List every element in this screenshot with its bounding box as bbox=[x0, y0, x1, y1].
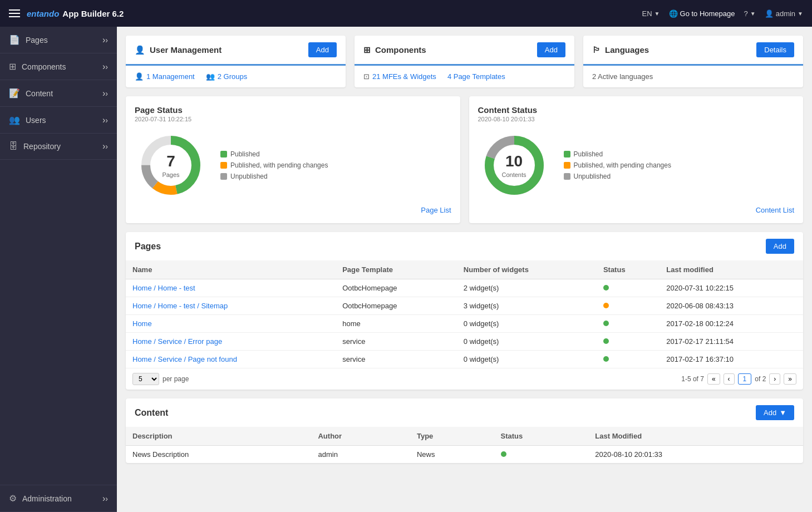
sidebar-item-content[interactable]: 📝 Content › bbox=[0, 80, 117, 107]
management-icon: 👤 bbox=[135, 72, 144, 81]
pages-pagination: 5 10 25 per page 1-5 of 7 « ‹ 1 of 2 › » bbox=[126, 368, 803, 390]
components-add-button[interactable]: Add bbox=[537, 42, 565, 57]
user-management-header: 👤 User Management Add bbox=[126, 36, 346, 66]
content-type: News bbox=[410, 446, 494, 464]
first-page-button[interactable]: « bbox=[707, 373, 720, 385]
content-legend-unpublished: Unpublished bbox=[564, 173, 671, 180]
content-status-chart-area: 10 Contents Published Published, with pe… bbox=[478, 129, 795, 201]
sidebar-label-pages: Pages bbox=[26, 36, 48, 45]
page-list-link-container: Page List bbox=[135, 206, 451, 214]
languages-card: 🏳 Languages Details 2 Active languages bbox=[583, 36, 803, 87]
per-page-select[interactable]: 5 10 25 bbox=[132, 373, 159, 385]
groups-link[interactable]: 2 Groups bbox=[218, 72, 247, 81]
unpublished-dot bbox=[220, 173, 227, 180]
page-widgets: 0 widget(s) bbox=[457, 333, 597, 351]
next-page-button[interactable]: › bbox=[769, 373, 780, 385]
col-type: Type bbox=[410, 427, 494, 446]
page-name: Home bbox=[126, 315, 336, 333]
content-modified: 2020-08-10 20:01:33 bbox=[588, 446, 803, 464]
status-dot-green-2 bbox=[603, 321, 609, 326]
content-list-link[interactable]: Content List bbox=[756, 206, 794, 214]
pages-add-button[interactable]: Add bbox=[766, 239, 794, 254]
sidebar-item-components[interactable]: ⊞ Components › bbox=[0, 53, 117, 80]
repository-icon: 🗄 bbox=[9, 141, 18, 151]
legend-unpublished: Unpublished bbox=[220, 173, 328, 180]
current-page: 1 bbox=[738, 373, 752, 385]
page-template: service bbox=[336, 333, 457, 351]
chevron-icon: › bbox=[102, 35, 108, 45]
dropdown-arrow-icon: ▼ bbox=[779, 408, 786, 417]
groups-icon: 👥 bbox=[206, 72, 215, 81]
page-modified: 2017-02-18 00:12:24 bbox=[660, 315, 803, 333]
per-page-label: per page bbox=[163, 375, 189, 383]
user-menu[interactable]: 👤 admin ▼ bbox=[765, 9, 803, 18]
content-icon: 📝 bbox=[9, 88, 20, 99]
status-dot-green-3 bbox=[603, 338, 609, 344]
content-table-body: News Description admin News 2020-08-10 2… bbox=[126, 446, 803, 464]
sidebar-item-repository[interactable]: 🗄 Repository › bbox=[0, 134, 117, 160]
content-donut-chart: 10 Contents bbox=[478, 129, 550, 201]
legend-pending: Published, with pending changes bbox=[220, 161, 328, 169]
widgets-icon: ⊡ bbox=[363, 72, 370, 81]
page-status-chart-area: 7 Pages Published Published, with pendin… bbox=[135, 129, 451, 201]
hamburger-menu[interactable] bbox=[9, 9, 20, 17]
col-description: Description bbox=[126, 427, 311, 446]
components-stats: ⊡ 21 MFEs & Widgets 4 Page Templates bbox=[363, 72, 565, 81]
chevron-icon-5: › bbox=[102, 141, 108, 151]
page-status-legend: Published Published, with pending change… bbox=[220, 150, 328, 180]
page-widgets: 0 widget(s) bbox=[457, 351, 597, 368]
content-pending-dot bbox=[564, 162, 570, 169]
active-lang-value: 2 Active languages bbox=[592, 72, 653, 81]
mfe-link[interactable]: 21 MFEs & Widgets bbox=[372, 72, 436, 81]
user-management-add-button[interactable]: Add bbox=[308, 42, 337, 57]
sidebar-item-administration[interactable]: ⚙ Administration › bbox=[0, 485, 117, 512]
go-homepage-link[interactable]: 🌐 Go to Homepage bbox=[669, 9, 735, 18]
col-status: Status bbox=[597, 260, 660, 279]
flag-icon: 🏳 bbox=[592, 45, 601, 55]
main-content: 👤 User Management Add 👤 1 Management 👥 2 bbox=[117, 27, 812, 512]
languages-stats: 2 Active languages bbox=[592, 72, 794, 81]
components-title: ⊞ Components bbox=[363, 45, 426, 55]
page-list-link[interactable]: Page List bbox=[421, 206, 451, 214]
col-content-status: Status bbox=[494, 427, 589, 446]
components-icon: ⊞ bbox=[363, 45, 371, 55]
pages-table: Name Page Template Number of widgets Sta… bbox=[126, 260, 803, 368]
content-unpublished-dot bbox=[564, 173, 570, 180]
pages-table-head: Name Page Template Number of widgets Sta… bbox=[126, 260, 803, 279]
chevron-icon-4: › bbox=[102, 115, 108, 125]
management-link[interactable]: 1 Management bbox=[146, 72, 195, 81]
page-widgets: 2 widget(s) bbox=[457, 279, 597, 297]
cards-row: 👤 User Management Add 👤 1 Management 👥 2 bbox=[126, 36, 803, 87]
content-description: News Description bbox=[126, 446, 311, 464]
components-card: ⊞ Components Add ⊡ 21 MFEs & Widgets 4 P… bbox=[355, 36, 574, 87]
content-published-dot bbox=[564, 151, 570, 157]
language-selector[interactable]: EN ▼ bbox=[642, 9, 660, 18]
pages-section-header: Pages Add bbox=[126, 232, 803, 260]
components-icon: ⊞ bbox=[9, 61, 16, 72]
page-name: Home / Home - test bbox=[126, 279, 336, 297]
nav-right: EN ▼ 🌐 Go to Homepage ? ▼ 👤 admin ▼ bbox=[642, 9, 803, 18]
top-navigation: entando App Builder 6.2 EN ▼ 🌐 Go to Hom… bbox=[0, 0, 812, 27]
last-page-button[interactable]: » bbox=[784, 373, 796, 385]
languages-details-button[interactable]: Details bbox=[756, 42, 794, 57]
components-header: ⊞ Components Add bbox=[355, 36, 574, 66]
table-row: Home / Home - test OotbcHomepage 2 widge… bbox=[126, 279, 803, 297]
prev-page-button[interactable]: ‹ bbox=[724, 373, 735, 385]
status-row: Page Status 2020-07-31 10:22:15 bbox=[126, 96, 803, 223]
templates-link[interactable]: 4 Page Templates bbox=[447, 72, 505, 81]
col-template: Page Template bbox=[336, 260, 457, 279]
components-body: ⊡ 21 MFEs & Widgets 4 Page Templates bbox=[355, 66, 574, 87]
page-modified: 2017-02-17 21:11:54 bbox=[660, 333, 803, 351]
sidebar-item-users[interactable]: 👥 Users › bbox=[0, 107, 117, 134]
content-author: admin bbox=[311, 446, 410, 464]
legend-published: Published bbox=[220, 150, 328, 158]
content-status bbox=[494, 446, 589, 464]
help-button[interactable]: ? ▼ bbox=[744, 9, 756, 18]
sidebar-label-components: Components bbox=[22, 62, 66, 71]
pages-section-title: Pages bbox=[135, 242, 161, 252]
content-add-button[interactable]: Add ▼ bbox=[756, 405, 794, 420]
status-dot-orange bbox=[603, 303, 609, 308]
page-status bbox=[597, 315, 660, 333]
sidebar-item-pages[interactable]: 📄 Pages › bbox=[0, 27, 117, 53]
table-row: Home / Service / Page not found service … bbox=[126, 351, 803, 368]
